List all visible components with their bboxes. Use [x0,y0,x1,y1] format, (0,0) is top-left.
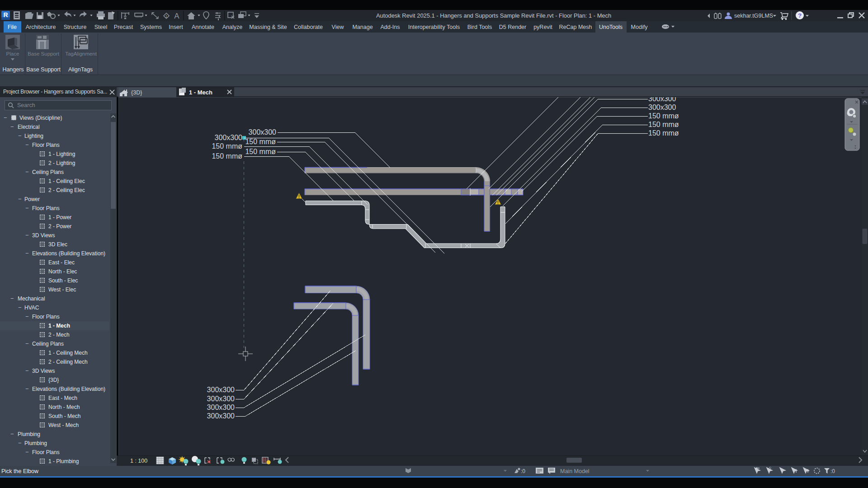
svg-text:Systems: Systems [140,24,162,30]
svg-text:300x300: 300x300 [648,103,676,111]
svg-text:TagAlignment: TagAlignment [65,51,97,56]
svg-text:{3D}: {3D} [131,89,142,96]
svg-text:ReCap Mesh: ReCap Mesh [559,24,592,30]
svg-text:Base Support: Base Support [26,66,61,73]
svg-text:150 mmø: 150 mmø [648,121,679,128]
svg-text:File: File [8,24,17,30]
svg-text:Analyze: Analyze [222,24,243,30]
svg-text:1: 1 [165,14,167,19]
svg-text:Main Model: Main Model [560,468,590,474]
svg-text:Collaborate: Collaborate [294,24,323,30]
svg-text::0: :0 [830,468,835,474]
svg-text:Hangers: Hangers [2,66,24,73]
svg-text:150 mmø: 150 mmø [245,138,276,145]
svg-text:300x300: 300x300 [207,412,235,420]
svg-text:300x300: 300x300 [207,386,235,394]
svg-text:Massing & Site: Massing & Site [249,24,287,30]
svg-text:Add-Ins: Add-Ins [380,24,400,30]
svg-text:150 mmø: 150 mmø [648,129,679,137]
svg-text:Insert: Insert [169,24,183,30]
svg-text:D5 Render: D5 Render [499,24,526,30]
svg-text:View: View [332,24,344,30]
svg-text:Structure: Structure [64,24,87,30]
svg-text:UnoTools: UnoTools [599,24,623,30]
svg-text:Annotate: Annotate [192,24,214,30]
svg-text:300x300: 300x300 [249,128,276,136]
svg-text:AlignTags: AlignTags [68,66,93,73]
svg-text:300x300: 300x300 [207,404,235,411]
svg-text:?: ? [798,12,802,19]
svg-text:Bird Tools: Bird Tools [467,24,492,30]
svg-text:Architecture: Architecture [26,24,56,30]
svg-text:Modify: Modify [631,24,648,30]
svg-text:A: A [174,12,179,20]
svg-text:300x300: 300x300 [207,395,235,403]
svg-text:150 mmø: 150 mmø [648,112,679,120]
svg-text:R: R [3,11,8,19]
svg-text:150 mmø: 150 mmø [212,152,242,160]
svg-text:Interoperability Tools: Interoperability Tools [408,24,460,30]
svg-text:Manage: Manage [352,24,373,30]
svg-text:300x300: 300x300 [648,97,676,103]
svg-text:Steel: Steel [94,24,108,30]
svg-text:Base Support: Base Support [28,51,59,56]
svg-text:1 - Mech: 1 - Mech [189,89,212,96]
svg-text:Place: Place [6,51,19,56]
svg-text:300x300: 300x300 [215,134,242,141]
svg-text::0: :0 [521,468,525,474]
svg-text:Autodesk Revit 2025.1 - Hanger: Autodesk Revit 2025.1 - Hangers and Supp… [376,12,611,19]
svg-text:Pick the Elbow: Pick the Elbow [1,468,39,474]
svg-text:pyRevit: pyRevit [533,24,552,30]
svg-text:150 mmø: 150 mmø [212,142,242,150]
svg-text:150 mmø: 150 mmø [245,148,276,155]
svg-text:Precast: Precast [114,24,133,30]
svg-text:1 : 100: 1 : 100 [130,458,147,464]
svg-text:sekhar.tG9LMS: sekhar.tG9LMS [734,13,773,19]
